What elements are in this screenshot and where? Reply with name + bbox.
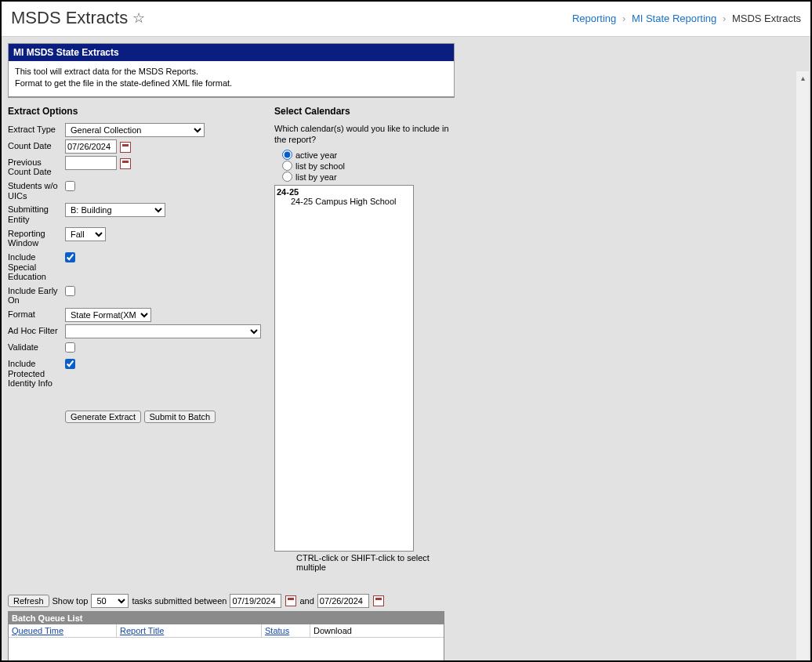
and-label: and (299, 596, 314, 606)
calendar-icon[interactable] (285, 595, 296, 606)
col-report-title[interactable]: Report Title (117, 624, 262, 637)
info-panel: MI MSDS State Extracts This tool will ex… (8, 43, 455, 98)
label-extract-type: Extract Type (8, 123, 65, 135)
include-special-ed-checkbox[interactable] (65, 252, 75, 262)
calendar-help-text: Which calendar(s) would you like to incl… (274, 123, 453, 146)
batch-queue-table: Batch Queue List Queued Time Report Titl… (8, 611, 444, 662)
calendar-icon[interactable] (373, 595, 384, 606)
radio-list-by-year-input[interactable] (282, 172, 292, 182)
date-to-input[interactable] (317, 594, 369, 608)
batch-queue-title: Batch Queue List (9, 612, 444, 624)
chevron-right-icon: › (622, 13, 625, 24)
panel-desc-line2: Format to get the file in the state-defi… (15, 78, 448, 89)
breadcrumb-mi-state-reporting[interactable]: MI State Reporting (632, 13, 716, 24)
include-protected-checkbox[interactable] (65, 359, 75, 369)
radio-active-year-input[interactable] (282, 150, 292, 160)
page-header: MSDS Extracts ☆ Reporting › MI State Rep… (2, 2, 810, 37)
count-date-input[interactable] (65, 139, 117, 154)
calendar-icon[interactable] (120, 158, 131, 169)
show-top-select[interactable]: 50 (91, 594, 129, 608)
radio-list-by-year[interactable]: list by year (282, 172, 453, 182)
favorite-star-icon[interactable]: ☆ (132, 9, 145, 27)
breadcrumb-current: MSDS Extracts (732, 13, 801, 24)
label-count-date: Count Date (8, 139, 65, 151)
label-include-special-ed: Include Special Education (8, 251, 65, 282)
radio-active-year-label: active year (295, 150, 337, 160)
page-title: MSDS Extracts (11, 8, 128, 28)
list-item-school[interactable]: 24-25 Campus High School (277, 197, 411, 206)
label-format: Format (8, 308, 65, 320)
breadcrumb: Reporting › MI State Reporting › MSDS Ex… (572, 13, 801, 24)
breadcrumb-reporting[interactable]: Reporting (572, 13, 616, 24)
panel-title: MI MSDS State Extracts (9, 44, 454, 61)
multi-select-hint: CTRL-click or SHIFT-click to select mult… (296, 553, 453, 572)
list-item-year[interactable]: 24-25 (277, 187, 411, 197)
ad-hoc-filter-select[interactable] (65, 324, 261, 338)
col-status[interactable]: Status (262, 624, 310, 637)
reporting-window-select[interactable]: Fall (65, 227, 106, 241)
col-download: Download (310, 624, 444, 637)
label-submitting-entity: Submitting Entity (8, 203, 65, 224)
label-include-protected: Include Protected Identity Info (8, 357, 65, 389)
radio-list-by-school-input[interactable] (282, 161, 292, 171)
label-include-early-on: Include Early On (8, 284, 65, 306)
label-reporting-window: Reporting Window (8, 227, 65, 248)
radio-list-by-year-label: list by year (295, 172, 337, 182)
label-previous-count-date: Previous Count Date (8, 156, 65, 177)
tasks-between-label: tasks submitted between (132, 596, 227, 606)
vertical-scrollbar[interactable]: ▴ (796, 71, 809, 660)
previous-count-date-input[interactable] (65, 156, 117, 170)
extract-type-select[interactable]: General Collection (65, 123, 205, 137)
batch-queue-body (9, 638, 444, 662)
label-ad-hoc-filter: Ad Hoc Filter (8, 324, 65, 336)
validate-checkbox[interactable] (65, 342, 75, 353)
radio-active-year[interactable]: active year (282, 150, 453, 160)
include-early-on-checkbox[interactable] (65, 286, 75, 296)
label-students-wo-uics: Students w/o UICs (8, 179, 65, 201)
select-calendars-title: Select Calendars (274, 106, 453, 117)
submitting-entity-select[interactable]: B: Building (65, 203, 165, 217)
scroll-up-icon[interactable]: ▴ (796, 71, 809, 84)
submit-to-batch-button[interactable]: Submit to Batch (144, 411, 216, 423)
extract-options-title: Extract Options (8, 106, 268, 117)
calendar-icon[interactable] (120, 142, 131, 153)
radio-list-by-school[interactable]: list by school (282, 161, 453, 171)
format-select[interactable]: State Format(XML) (65, 308, 151, 322)
chevron-right-icon: › (723, 13, 726, 24)
students-wo-uics-checkbox[interactable] (65, 181, 75, 191)
refresh-button[interactable]: Refresh (8, 595, 49, 607)
panel-desc-line1: This tool will extract data for the MSDS… (15, 66, 448, 78)
calendar-listbox[interactable]: 24-25 24-25 Campus High School (274, 185, 414, 552)
label-validate: Validate (8, 341, 65, 353)
show-top-label: Show top (53, 596, 89, 606)
col-queued-time[interactable]: Queued Time (9, 624, 117, 637)
date-from-input[interactable] (230, 594, 281, 608)
generate-extract-button[interactable]: Generate Extract (65, 411, 141, 423)
radio-list-by-school-label: list by school (295, 161, 345, 171)
